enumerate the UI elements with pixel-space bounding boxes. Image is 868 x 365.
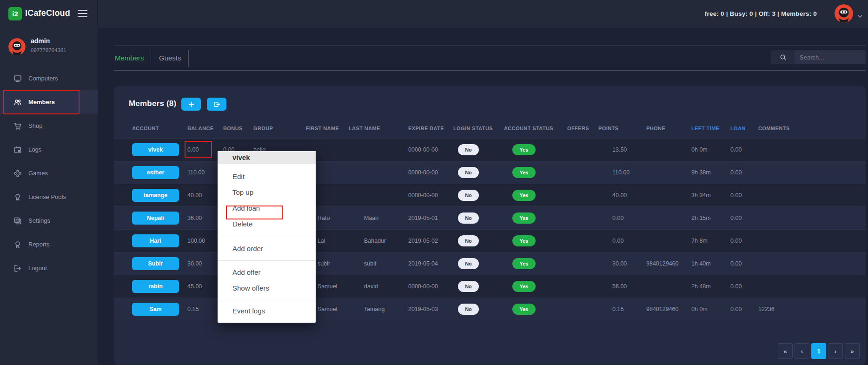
hamburger-menu-icon[interactable] xyxy=(78,10,87,18)
tab-separator xyxy=(188,50,189,67)
pagination: «‹1›» xyxy=(778,343,860,359)
phone-cell xyxy=(646,184,691,206)
sidebar-item-logout[interactable]: Logout xyxy=(0,256,98,280)
account-pill[interactable]: Sam xyxy=(132,303,179,316)
login-status-badge: No xyxy=(458,304,479,315)
offers-cell xyxy=(567,252,598,275)
account-cell: esther xyxy=(114,161,187,184)
layers-icon xyxy=(13,217,22,225)
members-icon xyxy=(13,98,22,106)
search-icon[interactable] xyxy=(771,50,795,64)
add-member-button[interactable] xyxy=(181,98,201,111)
stations-status-summary: free: 0 | Busy: 0 | Off: 3 | Members: 0 xyxy=(705,0,817,28)
account-status-badge: Yes xyxy=(512,144,536,155)
last-page-button[interactable]: » xyxy=(845,343,860,359)
points-cell: 0.15 xyxy=(598,298,646,320)
points-cell: 110.00 xyxy=(598,161,646,184)
points-cell: 0.00 xyxy=(598,206,646,229)
status-cell: Yes xyxy=(504,229,567,252)
export-members-button[interactable] xyxy=(207,98,226,111)
phone-cell: 9840129460 xyxy=(646,298,691,320)
sidebar-item-members[interactable]: Members xyxy=(0,90,98,114)
account-pill[interactable]: Nepali xyxy=(132,212,179,225)
login-cell: No xyxy=(453,298,504,320)
loan-cell: 0.00 xyxy=(730,229,758,252)
next-page-button[interactable]: › xyxy=(828,343,843,359)
search-input[interactable] xyxy=(795,50,866,64)
sidebar-item-license-pools[interactable]: License Pools xyxy=(0,185,98,209)
tabbar-bottom-line xyxy=(114,70,866,71)
sidebar-item-label: Shop xyxy=(28,122,42,129)
sidebar: admin 097778704381 ComputersMembersShopL… xyxy=(0,28,98,365)
status-cell: Yes xyxy=(504,161,567,184)
sidebar-item-reports[interactable]: Reports xyxy=(0,232,98,256)
last-cell: Maan xyxy=(349,206,408,229)
sidebar-item-games[interactable]: Games xyxy=(0,161,98,185)
expire-cell: 0000-00-00 xyxy=(408,161,453,184)
login-status-badge: No xyxy=(458,167,479,178)
loan-cell: 0.00 xyxy=(730,184,758,206)
tab-members[interactable]: Members xyxy=(115,53,144,63)
profile-avatar xyxy=(8,38,26,55)
account-pill[interactable]: vivek xyxy=(132,143,179,156)
sidebar-item-logs[interactable]: Logs xyxy=(0,138,98,161)
account-status-badge: Yes xyxy=(512,212,536,224)
left-cell: 1h 40m xyxy=(691,252,730,275)
menu-item-add-loan[interactable]: Add loan xyxy=(218,200,316,216)
expire-cell: 2019-05-01 xyxy=(408,206,453,229)
comments-cell xyxy=(758,275,866,298)
user-avatar[interactable] xyxy=(835,4,853,23)
account-pill[interactable]: esther xyxy=(132,166,179,179)
last-cell xyxy=(349,184,408,206)
menu-item-event-logs[interactable]: Event logs xyxy=(218,303,316,319)
menu-item-show-offers[interactable]: Show offers xyxy=(218,280,316,296)
column-header-group: GROUP xyxy=(253,119,306,138)
points-cell: 13.50 xyxy=(598,138,646,161)
menu-item-add-order[interactable]: Add order xyxy=(218,241,316,257)
column-header-balance: BALANCE xyxy=(187,119,223,138)
account-cell: rabin xyxy=(114,275,187,298)
page-1-button[interactable]: 1 xyxy=(811,343,826,359)
sidebar-item-settings[interactable]: Settings xyxy=(0,209,98,232)
login-cell: No xyxy=(453,138,504,161)
login-status-badge: No xyxy=(458,212,479,224)
column-header-left-time: LEFT TIME xyxy=(691,119,730,138)
profile-phone: 097778704381 xyxy=(31,47,66,53)
comments-cell xyxy=(758,184,866,206)
menu-item-top-up[interactable]: Top up xyxy=(218,185,316,200)
tab-guests[interactable]: Guests xyxy=(159,53,181,63)
column-header-loan: LOAN xyxy=(730,119,758,138)
column-header-account-status: ACCOUNT STATUS xyxy=(504,119,567,138)
offers-cell xyxy=(567,298,598,320)
left-cell: 0h 0m xyxy=(691,298,730,320)
login-status-badge: No xyxy=(458,281,479,292)
sidebar-nav: ComputersMembersShopLogsGamesLicense Poo… xyxy=(0,66,98,280)
left-cell: 2h 15m xyxy=(691,206,730,229)
award-icon xyxy=(13,240,22,249)
login-status-badge: No xyxy=(458,258,479,269)
login-cell: No xyxy=(453,206,504,229)
sidebar-item-label: Members xyxy=(28,99,55,106)
loan-cell: 0.00 xyxy=(730,138,758,161)
offers-cell xyxy=(567,138,598,161)
sidebar-item-computers[interactable]: Computers xyxy=(0,66,98,90)
menu-item-edit[interactable]: Edit xyxy=(218,169,316,185)
account-pill[interactable]: Hari xyxy=(132,234,179,247)
points-cell: 40.00 xyxy=(598,184,646,206)
account-pill[interactable]: tamange xyxy=(132,189,179,202)
tab-separator xyxy=(151,50,151,67)
profile-name: admin xyxy=(31,37,50,45)
chevron-down-icon[interactable] xyxy=(858,12,862,17)
account-pill[interactable]: Subir xyxy=(132,257,179,270)
account-pill[interactable]: rabin xyxy=(132,280,179,293)
offers-cell xyxy=(567,161,598,184)
first-page-button[interactable]: « xyxy=(778,343,793,359)
comments-cell xyxy=(758,206,866,229)
menu-item-delete[interactable]: Delete xyxy=(218,216,316,232)
menu-item-add-offer[interactable]: Add offer xyxy=(218,265,316,280)
login-status-badge: No xyxy=(458,235,479,246)
prev-page-button[interactable]: ‹ xyxy=(795,343,809,359)
expire-cell: 2019-05-03 xyxy=(408,298,453,320)
context-menu-group: Add order xyxy=(218,237,316,261)
sidebar-item-shop[interactable]: Shop xyxy=(0,114,98,138)
